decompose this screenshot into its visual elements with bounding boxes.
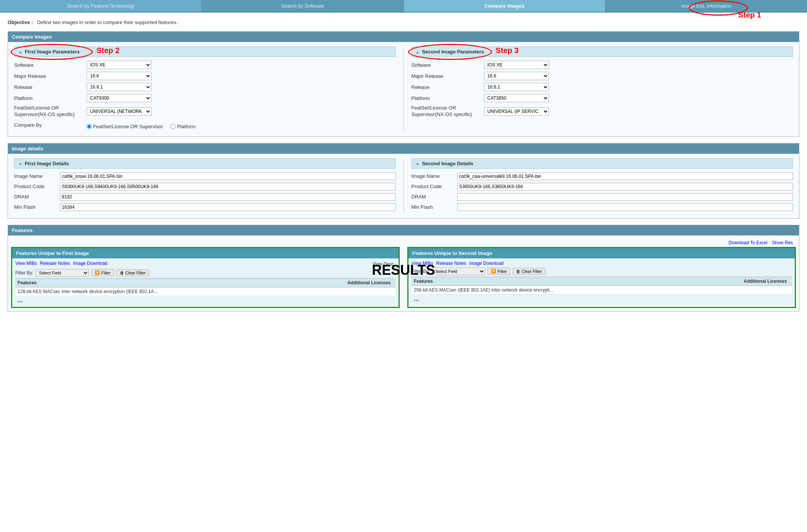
second-dram-input[interactable]	[457, 193, 793, 201]
second-major-release-label: Major Release	[412, 73, 484, 79]
tab-compare-images[interactable]: Compare Images	[404, 0, 606, 12]
second-featset-select[interactable]: UNIVERSAL (IP SERVIC	[484, 107, 549, 116]
second-image-params: ▲ Second Image Parameters Step 3 Softwar…	[412, 47, 793, 132]
second-major-release-select[interactable]: 16.6	[484, 72, 549, 80]
first-software-select[interactable]: IOS XE	[87, 61, 152, 69]
first-filter-button[interactable]: 🔽 Filter	[91, 269, 114, 276]
first-product-code-input[interactable]	[60, 183, 396, 190]
first-image-triangle: ▲	[18, 50, 23, 54]
radio-featset[interactable]: FeatSet/License OR Supervisor	[87, 124, 163, 129]
second-product-code-row: Product Code	[412, 183, 793, 190]
first-feature-item: 128-bit AES MACsec inter network device …	[15, 287, 395, 296]
tab-eol-information[interactable]: Image EoL Information	[605, 0, 807, 12]
tab-search-feature[interactable]: Search by Feature/Technology	[0, 0, 202, 12]
second-view-mibs-link[interactable]: View MIBs	[412, 261, 433, 266]
second-release-select[interactable]: 16.6.1	[484, 83, 549, 91]
first-software-label: Software	[14, 62, 87, 68]
tab-search-software[interactable]: Search by Software	[202, 0, 404, 12]
first-platform-row: Platform CAT9300	[14, 94, 396, 102]
first-image-name-label: Image Name	[14, 173, 60, 179]
step3-label: Step 3	[496, 46, 519, 55]
show-results-link[interactable]: Show Res	[772, 240, 793, 245]
second-minflash-label: Min Flash	[412, 204, 457, 210]
first-image-name-input[interactable]	[60, 172, 396, 180]
first-clear-button[interactable]: 🗑 Clear Filter	[116, 269, 149, 276]
first-minflash-input[interactable]	[60, 203, 396, 211]
features-actions: Download To Excel Show Res	[11, 239, 796, 247]
second-image-header-label: Second Image Parameters	[422, 49, 484, 55]
first-platform-select[interactable]: CAT9300	[87, 94, 152, 102]
second-table-header: Features Additional Licenses	[412, 277, 792, 286]
second-release-notes-link[interactable]: Release Notes	[436, 261, 466, 266]
first-filter-btn-label: Filter	[101, 271, 110, 275]
first-licenses-col-label: Additional Licenses	[347, 280, 393, 285]
first-release-label: Release	[14, 84, 87, 90]
first-minflash-label: Min Flash	[14, 204, 60, 210]
second-details-header-label: Second Image Details	[422, 161, 473, 166]
first-major-release-label: Major Release	[14, 73, 87, 79]
first-release-select[interactable]: 16.6.1	[87, 83, 152, 91]
objective-line: Objective : Define two images in order t…	[8, 19, 799, 25]
radio-featset-label: FeatSet/License OR Supervisor	[93, 124, 163, 129]
second-featset-row: FeatSet/License ORSupervisor(NX-OS speci…	[412, 105, 793, 118]
first-features-col: Features Unique to First Image View MIBs…	[11, 247, 400, 308]
first-minflash-row: Min Flash	[14, 203, 396, 211]
first-image-name-row: Image Name	[14, 172, 396, 180]
second-dram-label: DRAM	[412, 194, 457, 200]
first-feature-dots: ...	[15, 296, 395, 305]
first-major-release-select[interactable]: 16.6	[87, 72, 152, 80]
second-platform-label: Platform	[412, 95, 484, 101]
second-image-download-link[interactable]: Image Download	[469, 261, 504, 266]
first-filter-label: Filter By:	[15, 270, 33, 276]
second-filter-select[interactable]: Select Field	[432, 268, 485, 275]
download-excel-link[interactable]: Download To Excel	[728, 240, 767, 245]
first-image-header-label: First Image Parameters	[25, 49, 80, 55]
second-clear-button[interactable]: 🗑 Clear Filter	[513, 268, 546, 275]
first-image-subheader: ▲ First Image Parameters Step 2	[14, 47, 396, 57]
second-minflash-input[interactable]	[457, 203, 793, 211]
second-image-subheader: ▲ Second Image Parameters Step 3	[412, 47, 793, 57]
second-features-col-header: Features Unique to Second Image	[408, 248, 795, 258]
first-image-download-link[interactable]: Image Download	[73, 261, 107, 266]
objective-label: Objective :	[8, 19, 33, 25]
first-image-details: ▲ First Image Details Image Name Product…	[14, 158, 396, 214]
second-image-name-input[interactable]	[457, 172, 793, 180]
second-release-row: Release 16.6.1	[412, 83, 793, 91]
second-major-release-row: Major Release 16.6	[412, 72, 793, 80]
first-features-col-header: Features Unique to First Image	[12, 248, 399, 258]
first-features-col-body: View MIBs Release Notes Image Download V…	[12, 258, 399, 307]
radio-platform[interactable]: Platform	[171, 124, 195, 129]
second-feature-dots: ...	[412, 295, 792, 303]
second-details-triangle: ▲	[416, 161, 420, 166]
second-platform-select[interactable]: CAT3850	[484, 94, 549, 102]
first-view-desc: View Desc	[371, 261, 395, 268]
second-software-select[interactable]: IOS XE	[484, 61, 549, 69]
first-product-code-label: Product Code	[14, 184, 60, 189]
image-details-panel: Image details ▲ First Image Details Imag…	[8, 143, 799, 219]
second-product-code-input[interactable]	[457, 183, 793, 190]
first-view-mibs-link[interactable]: View MIBs	[15, 261, 37, 266]
first-details-header-label: First Image Details	[25, 161, 69, 166]
radio-platform-input[interactable]	[171, 124, 176, 129]
first-dram-input[interactable]	[60, 193, 396, 201]
features-cols: Features Unique to First Image View MIBs…	[11, 247, 796, 308]
second-filter-btn-label: Filter	[497, 269, 507, 274]
second-features-col-label: Features	[414, 279, 744, 284]
first-featset-select[interactable]: UNIVERSAL (NETWORK	[87, 107, 152, 116]
features-header: Features	[8, 225, 799, 235]
second-filter-label: Filter By:	[412, 269, 429, 274]
first-release-row: Release 16.6.1	[14, 83, 396, 91]
compare-images-header: Compare Images	[8, 32, 799, 42]
features-wrapper: RESULTS Features Unique to First Image V…	[11, 247, 796, 308]
compare-images-panel: Compare Images ▲ First Image Parameters …	[8, 31, 799, 137]
first-clear-icon: 🗑	[120, 271, 124, 275]
first-filter-select[interactable]: Select Field	[36, 269, 89, 277]
first-release-notes-link[interactable]: Release Notes	[40, 261, 70, 266]
second-filter-button[interactable]: 🔽 Filter	[487, 268, 510, 275]
second-features-col-body: View MIBs Release Notes Image Download F…	[408, 258, 795, 305]
second-clear-icon: 🗑	[516, 269, 520, 274]
first-featset-label: FeatSet/License ORSupervisor(NX-OS speci…	[14, 105, 87, 118]
first-details-triangle: ▲	[18, 161, 23, 166]
radio-featset-input[interactable]	[87, 124, 92, 129]
second-minflash-row: Min Flash	[412, 203, 793, 211]
